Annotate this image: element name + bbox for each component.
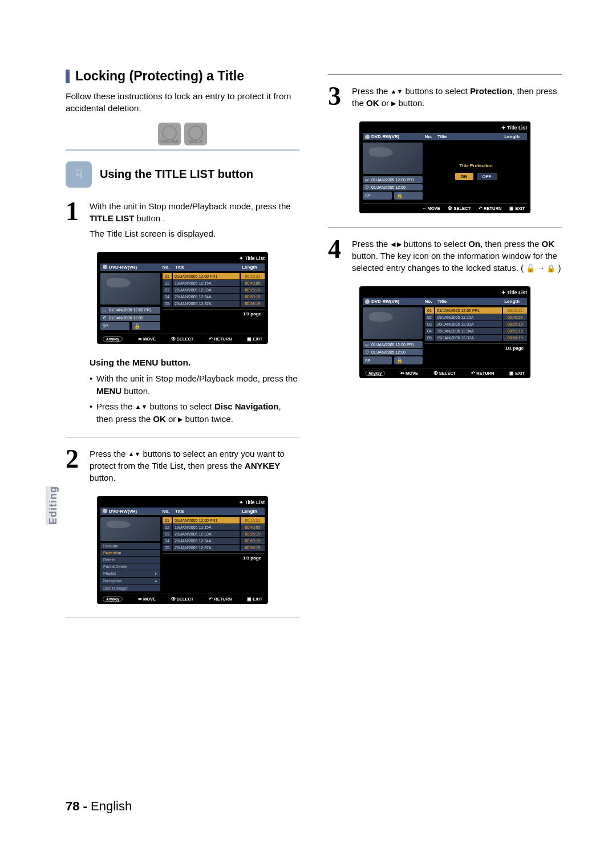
menu-bullets: With the unit in Stop mode/Playback mode… xyxy=(90,372,299,425)
screen-anykey-menu: Title List DVD-RW(VR) No. Title Length R… xyxy=(97,496,268,604)
protection-label: Title Protection xyxy=(459,163,492,168)
screen-title-list-locked: Title List DVD-RW(VR) No. Title Length ▭… xyxy=(359,286,530,378)
divider xyxy=(66,149,299,151)
menu-subtitle: Using the MENU button. xyxy=(90,358,299,368)
intro-text: Follow these instructions to lock an ent… xyxy=(66,91,299,115)
anykey-badge: Anykey xyxy=(103,336,123,342)
preview-thumb xyxy=(100,273,160,305)
lock-icon: 🔒 xyxy=(396,358,403,363)
screen-protection-dialog: Title List DVD-RW(VR) No. Title Length ▭… xyxy=(359,121,530,213)
step-number-4: 4 xyxy=(328,238,345,277)
on-off-toggle: ON OFF xyxy=(455,173,497,180)
disc-r-icon: DVD-R xyxy=(184,123,207,145)
step-number-2: 2 xyxy=(66,448,83,487)
page-footer: 78 - English xyxy=(66,799,132,814)
sub-heading: Using the TITLE LIST button xyxy=(100,168,253,181)
section-title: Locking (Protecting) a Title xyxy=(66,68,299,84)
screen-title-list-1: Title List DVD-RW(VR) No. Title Length ▭… xyxy=(97,252,268,344)
disc-badges: DVD-RW DVD-R xyxy=(66,123,299,145)
disc-rw-icon: DVD-RW xyxy=(158,123,181,145)
remote-icon: ☟ xyxy=(66,161,92,188)
step-2-text: Press the ▲▼ buttons to select an entry … xyxy=(90,448,299,487)
unlock-icon: 🔓 xyxy=(396,193,403,198)
step-3-text: Press the ▲▼ buttons to select Protectio… xyxy=(352,85,562,112)
step-4-text: Press the ◀ ▶ buttons to select On, then… xyxy=(352,238,562,277)
step-1-text: With the unit in Stop mode/Playback mode… xyxy=(90,200,299,243)
side-tab: Editing xyxy=(46,486,61,525)
step-number-1: 1 xyxy=(66,200,83,243)
unlock-icon: 🔓 xyxy=(134,323,140,329)
step-number-3: 3 xyxy=(328,85,345,112)
